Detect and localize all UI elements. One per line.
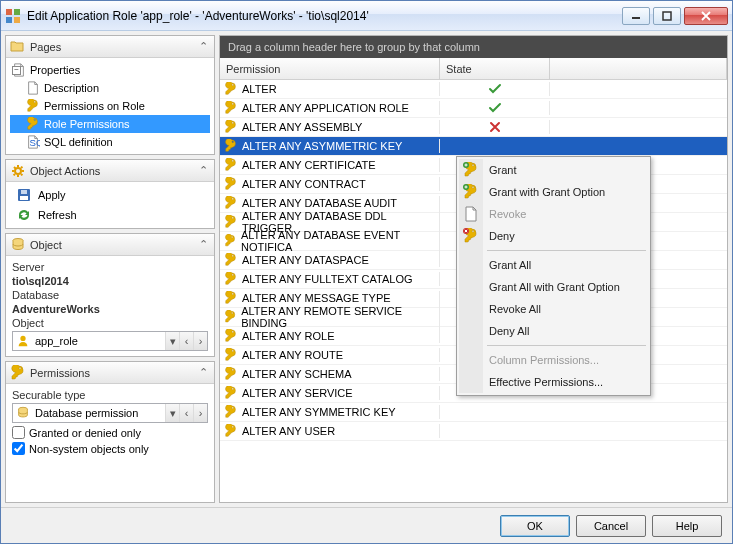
pages-panel: Pages ⌃ −PropertiesDescriptionPermission… <box>5 35 215 155</box>
non-system-checkbox[interactable]: Non-system objects only <box>12 442 208 455</box>
page-item[interactable]: Description <box>10 79 210 97</box>
securable-type-combo[interactable]: Database permission ▾ ‹ › <box>12 403 208 423</box>
combo-dropdown[interactable]: ▾ <box>165 332 179 350</box>
key-icon <box>224 253 238 267</box>
object-label: Object <box>12 317 208 329</box>
server-label: Server <box>12 261 208 273</box>
object-value: app_role <box>33 335 165 347</box>
key-icon <box>224 386 238 400</box>
app-icon <box>5 8 21 24</box>
svg-rect-12 <box>663 12 671 20</box>
grid-row[interactable]: ALTER ANY ASSEMBLY <box>220 118 727 137</box>
key-icon <box>26 99 40 113</box>
combo-prev[interactable]: ‹ <box>179 332 193 350</box>
key-icon <box>224 139 238 153</box>
revoke-icon <box>463 206 479 222</box>
granted-only-checkbox[interactable]: Granted or denied only <box>12 426 208 439</box>
svg-rect-10 <box>6 17 12 23</box>
collapse-icon[interactable]: ⌃ <box>196 164 210 178</box>
permission-grid: Drag a column header here to group by th… <box>219 35 728 503</box>
check-icon <box>488 101 502 115</box>
key-icon <box>224 405 238 419</box>
dialog-footer: OK Cancel Help <box>1 507 732 543</box>
database-value: AdventureWorks <box>12 303 208 315</box>
role-icon <box>16 334 30 348</box>
gear-icon <box>10 163 26 179</box>
key-icon <box>26 117 40 131</box>
grid-row[interactable]: ALTER <box>220 80 727 99</box>
key-icon <box>224 120 238 134</box>
grid-row[interactable]: ALTER ANY ASYMMETRIC KEY <box>220 137 727 156</box>
page-item[interactable]: Permissions on Role <box>10 97 210 115</box>
menu-item[interactable]: Effective Permissions... <box>459 371 648 393</box>
object-title: Object <box>30 239 62 251</box>
key-icon <box>224 101 238 115</box>
cross-icon <box>488 120 502 134</box>
menu-item[interactable]: Revoke All <box>459 298 648 320</box>
key-icon <box>224 348 238 362</box>
menu-item[interactable]: Grant All <box>459 254 648 276</box>
window: Edit Application Role 'app_role' - 'Adve… <box>0 0 733 544</box>
key-icon <box>224 310 237 324</box>
tree-expand-icon[interactable]: − <box>12 66 21 75</box>
doc-icon <box>26 81 40 95</box>
grid-row[interactable]: ALTER ANY USER <box>220 422 727 441</box>
action-apply[interactable]: Apply <box>10 185 210 205</box>
combo-prev[interactable]: ‹ <box>179 404 193 422</box>
close-button[interactable] <box>684 7 728 25</box>
menu-item[interactable]: Grant All with Grant Option <box>459 276 648 298</box>
database-label: Database <box>12 289 208 301</box>
svg-rect-9 <box>14 9 20 15</box>
disk-icon <box>16 187 32 203</box>
menu-item[interactable]: Deny <box>459 225 648 247</box>
permissions-panel: Permissions ⌃ Securable type Database pe… <box>5 361 215 503</box>
menu-item[interactable]: Deny All <box>459 320 648 342</box>
object-combo[interactable]: app_role ▾ ‹ › <box>12 331 208 351</box>
refresh-icon <box>16 207 32 223</box>
actions-panel: Object Actions ⌃ ApplyRefresh <box>5 159 215 229</box>
collapse-icon[interactable]: ⌃ <box>196 40 210 54</box>
maximize-button[interactable] <box>653 7 681 25</box>
window-title: Edit Application Role 'app_role' - 'Adve… <box>27 9 622 23</box>
col-state[interactable]: State <box>440 58 550 79</box>
permissions-title: Permissions <box>30 367 90 379</box>
svg-rect-8 <box>6 9 12 15</box>
menu-item[interactable]: Grant with Grant Option <box>459 181 648 203</box>
pages-title: Pages <box>30 41 61 53</box>
server-value: tio\sql2014 <box>12 275 208 287</box>
key-icon <box>224 329 238 343</box>
collapse-icon[interactable]: ⌃ <box>196 238 210 252</box>
menu-item[interactable]: Grant <box>459 159 648 181</box>
combo-next[interactable]: › <box>193 332 207 350</box>
key-icon <box>224 158 238 172</box>
grant-icon <box>463 162 479 178</box>
col-permission[interactable]: Permission <box>220 58 440 79</box>
collapse-icon[interactable]: ⌃ <box>196 366 210 380</box>
page-item[interactable]: Role Permissions <box>10 115 210 133</box>
minimize-button[interactable] <box>622 7 650 25</box>
grid-row[interactable]: ALTER ANY APPLICATION ROLE <box>220 99 727 118</box>
page-item[interactable]: −Properties <box>10 61 210 79</box>
group-by-bar[interactable]: Drag a column header here to group by th… <box>220 36 727 58</box>
page-item[interactable]: SQL definition <box>10 133 210 151</box>
key-icon <box>224 272 238 286</box>
combo-dropdown[interactable]: ▾ <box>165 404 179 422</box>
key-icon <box>10 365 26 381</box>
help-button[interactable]: Help <box>652 515 722 537</box>
ok-button[interactable]: OK <box>500 515 570 537</box>
key-icon <box>224 196 238 210</box>
svg-rect-11 <box>14 17 20 23</box>
action-refresh[interactable]: Refresh <box>10 205 210 225</box>
key-icon <box>224 215 238 229</box>
grid-row[interactable]: ALTER ANY SYMMETRIC KEY <box>220 403 727 422</box>
actions-title: Object Actions <box>30 165 100 177</box>
key-icon <box>224 177 238 191</box>
cancel-button[interactable]: Cancel <box>576 515 646 537</box>
db-icon <box>10 237 26 253</box>
menu-item: Revoke <box>459 203 648 225</box>
folder-icon <box>10 39 26 55</box>
menu-item: Column Permissions... <box>459 349 648 371</box>
combo-next[interactable]: › <box>193 404 207 422</box>
key-icon <box>224 82 238 96</box>
securable-type-label: Securable type <box>12 389 208 401</box>
